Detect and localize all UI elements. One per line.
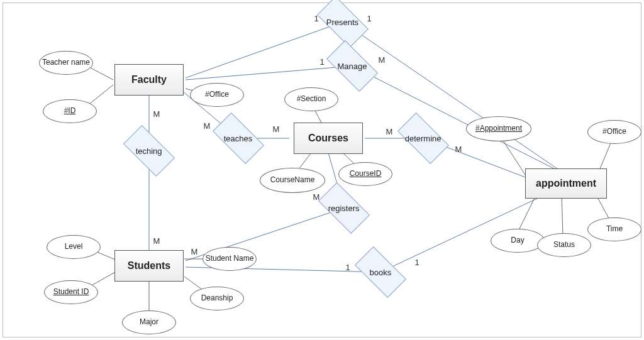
rel-registers[interactable]: registers xyxy=(318,182,370,234)
rel-manage-label: Manage xyxy=(338,61,367,70)
svg-line-3 xyxy=(352,66,566,175)
attr-level: Level xyxy=(47,235,101,259)
attr-teacher-name-label: Teacher name xyxy=(42,58,90,67)
rel-teching-label: teching xyxy=(136,146,162,155)
attr-status-label: Status xyxy=(553,241,575,249)
attr-appointment-no: #Appointment xyxy=(466,116,531,141)
entity-appointment-label: appointment xyxy=(536,178,596,189)
svg-line-1 xyxy=(343,22,566,175)
attr-appointment-office-label: #Office xyxy=(602,128,626,136)
entity-appointment[interactable]: appointment xyxy=(525,168,607,199)
rel-books-label: books xyxy=(370,267,392,277)
attr-status: Status xyxy=(537,233,591,257)
attr-major: Major xyxy=(122,310,176,334)
attr-section-label: #Section xyxy=(297,95,326,103)
rel-determine-label: determine xyxy=(405,134,441,143)
attr-appointment-office: #Office xyxy=(587,120,641,144)
attr-time: Time xyxy=(587,217,641,241)
svg-line-28 xyxy=(562,193,563,236)
attr-student-id-label: Student ID xyxy=(53,288,89,296)
attr-course-id-label: CourseID xyxy=(350,170,382,178)
attr-student-name-label: Student Name xyxy=(206,255,254,263)
card-books-from: 1 xyxy=(345,263,350,272)
card-books-to: 1 xyxy=(414,258,419,267)
entity-courses-label: Courses xyxy=(308,133,348,144)
entity-students-label: Students xyxy=(128,260,170,271)
attr-faculty-id-label: #ID xyxy=(64,107,76,115)
attr-course-id: CourseID xyxy=(338,162,392,186)
rel-teaches[interactable]: teaches xyxy=(213,112,264,164)
er-diagram-canvas: Faculty Courses Students appointment Pre… xyxy=(3,3,641,337)
attr-teacher-name: Teacher name xyxy=(39,51,93,75)
rel-books[interactable]: books xyxy=(355,246,406,298)
attr-day: Day xyxy=(491,229,545,253)
card-determine-from: M xyxy=(386,127,393,136)
attr-faculty-id: #ID xyxy=(43,99,97,123)
attr-level-label: Level xyxy=(65,243,83,251)
rel-teaches-label: teaches xyxy=(224,133,253,143)
attr-section: #Section xyxy=(284,87,338,111)
attr-day-label: Day xyxy=(511,236,524,244)
attr-time-label: Time xyxy=(606,225,623,233)
card-determine-to: M xyxy=(455,145,462,154)
rel-registers-label: registers xyxy=(328,203,360,212)
attr-appointment-no-label: #Appointment xyxy=(475,124,522,133)
card-teching-from: M xyxy=(153,109,160,119)
attr-major-label: Major xyxy=(140,318,158,326)
rel-determine[interactable]: determine xyxy=(397,112,449,164)
attr-course-name-label: CourseName xyxy=(270,176,315,184)
card-teching-to: M xyxy=(153,236,160,246)
card-teaches-to: M xyxy=(273,124,280,134)
attr-student-id: Student ID xyxy=(44,280,98,304)
entity-faculty-label: Faculty xyxy=(131,74,167,85)
card-registers-to: M xyxy=(191,247,198,256)
attr-faculty-office-label: #Office xyxy=(205,90,229,99)
rel-presents[interactable]: Presents xyxy=(317,0,369,48)
attr-course-name: CourseName xyxy=(260,168,325,193)
entity-courses[interactable]: Courses xyxy=(294,123,363,154)
entity-students[interactable]: Students xyxy=(114,250,184,282)
attr-deanship: Deanship xyxy=(190,287,244,310)
svg-line-2 xyxy=(186,66,352,80)
rel-presents-label: Presents xyxy=(326,17,358,26)
attr-student-name: Student Name xyxy=(203,247,257,271)
card-teaches-from: M xyxy=(204,121,211,131)
attr-deanship-label: Deanship xyxy=(201,294,233,302)
card-presents-to: 1 xyxy=(367,14,371,23)
attr-faculty-office: #Office xyxy=(190,83,244,107)
card-manage-to: M xyxy=(379,55,386,65)
rel-manage[interactable]: Manage xyxy=(326,40,378,92)
svg-line-0 xyxy=(186,22,343,78)
rel-teching[interactable]: teching xyxy=(123,125,175,177)
entity-faculty[interactable]: Faculty xyxy=(114,64,184,96)
card-manage-from: 1 xyxy=(319,57,324,67)
